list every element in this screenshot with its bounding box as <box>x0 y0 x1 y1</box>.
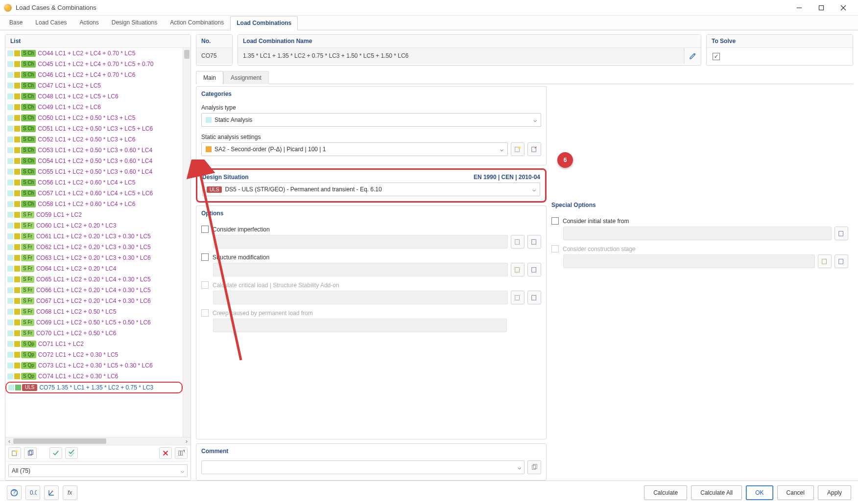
list-item[interactable]: S ChCO49LC1 + LC2 + LC6 <box>5 102 183 113</box>
list-item[interactable]: S FrCO67LC1 + LC2 + 0.20 * LC4 + 0.30 * … <box>5 296 183 306</box>
edit-setting-button[interactable] <box>527 142 541 156</box>
list-item[interactable]: S FrCO60LC1 + LC2 + 0.20 * LC3 <box>5 220 183 231</box>
swatch-icon <box>14 104 20 110</box>
swatch-icon <box>7 287 13 293</box>
static-settings-dropdown[interactable]: SA2 - Second-order (P-Δ) | Picard | 100 … <box>201 142 508 156</box>
list-item[interactable]: S FrCO65LC1 + LC2 + 0.20 * LC4 + 0.30 * … <box>5 274 183 285</box>
category-badge: S Ch <box>21 125 36 132</box>
list-item[interactable]: S ChCO52LC1 + LC2 + 0.50 * LC3 + LC6 <box>5 134 183 145</box>
list-rows[interactable]: S ChCO44LC1 + LC2 + LC4 + 0.70 * LC5S Ch… <box>5 48 183 437</box>
combo-id: CO53 <box>38 147 53 154</box>
list-item[interactable]: S FrCO70LC1 + LC2 + 0.50 * LC6 <box>5 328 183 339</box>
list-item[interactable]: S FrCO62LC1 + LC2 + 0.20 * LC3 + 0.30 * … <box>5 242 183 252</box>
new-button[interactable] <box>8 447 21 459</box>
tab-actions[interactable]: Actions <box>73 16 105 30</box>
help-button[interactable]: ? <box>7 485 22 500</box>
creep-field <box>213 319 507 332</box>
list-item[interactable]: S ChCO50LC1 + LC2 + 0.50 * LC3 + LC5 <box>5 113 183 123</box>
subtab-assignment[interactable]: Assignment <box>223 71 269 84</box>
swatch-icon <box>8 385 14 390</box>
critical-load-edit-button[interactable] <box>527 291 541 304</box>
tab-load-combinations[interactable]: Load Combinations <box>230 16 298 30</box>
list-item[interactable]: S ChCO45LC1 + LC2 + LC4 + 0.70 * LC5 + 0… <box>5 59 183 69</box>
apply-button[interactable]: Apply <box>818 485 851 500</box>
list-item[interactable]: S FrCO69LC1 + LC2 + 0.50 * LC5 + 0.50 * … <box>5 317 183 328</box>
list-item[interactable]: S ChCO46LC1 + LC2 + LC4 + 0.70 * LC6 <box>5 69 183 80</box>
subtab-main[interactable]: Main <box>196 71 223 84</box>
list-item[interactable]: S ChCO56LC1 + LC2 + 0.60 * LC4 + LC5 <box>5 177 183 188</box>
maximize-button[interactable] <box>810 0 832 15</box>
swatch-icon <box>14 190 20 196</box>
cancel-button[interactable]: Cancel <box>777 485 814 500</box>
ok-button[interactable]: OK <box>746 485 773 500</box>
category-badge: S Ch <box>21 168 36 175</box>
tab-base[interactable]: Base <box>3 16 29 30</box>
tab-action-combinations[interactable]: Action Combinations <box>164 16 230 30</box>
tab-load-cases[interactable]: Load Cases <box>29 16 73 30</box>
to-solve-checkbox[interactable] <box>713 53 720 60</box>
consider-imperfection-checkbox[interactable] <box>201 226 209 233</box>
list-header: List <box>5 35 191 48</box>
formula-button[interactable]: fx <box>63 485 77 500</box>
list-item[interactable]: S ChCO57LC1 + LC2 + 0.60 * LC4 + LC5 + L… <box>5 188 183 199</box>
list-item[interactable]: S QpCO73LC1 + LC2 + 0.30 * LC5 + 0.30 * … <box>5 360 183 371</box>
edit-name-button[interactable] <box>684 48 701 64</box>
list-vertical-scrollbar[interactable] <box>183 48 191 437</box>
swatch-icon <box>7 50 13 56</box>
combo-id: CO61 <box>36 233 51 240</box>
list-item[interactable]: S FrCO64LC1 + LC2 + 0.20 * LC4 <box>5 263 183 274</box>
calculate-button[interactable]: Calculate <box>644 485 687 500</box>
list-item[interactable]: S QpCO74LC1 + LC2 + 0.30 * LC6 <box>5 371 183 382</box>
swatch-icon <box>7 320 13 325</box>
construction-stage-edit-button[interactable] <box>834 254 848 268</box>
analysis-type-dropdown[interactable]: Static Analysis ⌵ <box>201 113 541 127</box>
initial-state-edit-button[interactable] <box>834 227 848 240</box>
structure-mod-new-button[interactable] <box>511 263 524 276</box>
list-item[interactable]: S FrCO61LC1 + LC2 + 0.20 * LC3 + 0.30 * … <box>5 231 183 242</box>
imperfection-edit-button[interactable] <box>527 235 541 249</box>
list-item[interactable]: S ChCO53LC1 + LC2 + 0.50 * LC3 + 0.60 * … <box>5 145 183 156</box>
list-item[interactable]: S ChCO55LC1 + LC2 + 0.50 * LC3 + 0.60 * … <box>5 166 183 177</box>
structure-mod-edit-button[interactable] <box>527 263 541 276</box>
list-horizontal-scrollbar[interactable]: ‹› <box>5 437 191 445</box>
new-setting-button[interactable] <box>511 142 524 156</box>
list-filter-dropdown[interactable]: All (75) ⌵ <box>8 464 188 477</box>
delete-button[interactable] <box>159 447 172 459</box>
swatch-icon <box>14 320 20 325</box>
svg-rect-25 <box>822 259 827 264</box>
graphics-button[interactable] <box>44 485 59 500</box>
units-button[interactable]: 0.00 <box>25 485 40 500</box>
list-item[interactable]: S FrCO68LC1 + LC2 + 0.50 * LC5 <box>5 306 183 317</box>
list-item[interactable]: S ChCO47LC1 + LC2 + LC5 <box>5 80 183 91</box>
critical-load-new-button[interactable] <box>511 291 524 304</box>
list-item[interactable]: S ChCO48LC1 + LC2 + LC5 + LC6 <box>5 91 183 102</box>
copy-button[interactable] <box>24 447 37 459</box>
check-all-button[interactable] <box>49 447 62 459</box>
design-situation-dropdown[interactable]: ULS DS5 - ULS (STR/GEO) - Permanent and … <box>202 183 540 196</box>
svg-rect-21 <box>532 296 536 300</box>
list-item[interactable]: ULSCO751.35 * LC1 + 1.35 * LC2 + 0.75 * … <box>5 382 183 393</box>
calculate-all-button[interactable]: Calculate All <box>691 485 742 500</box>
list-item[interactable]: S FrCO59LC1 + LC2 <box>5 209 183 220</box>
combo-id: CO54 <box>38 158 53 164</box>
columns-button[interactable]: ▾ <box>175 447 188 459</box>
uncheck-all-button[interactable] <box>65 447 78 459</box>
comment-dropdown[interactable]: ⌵ <box>201 460 524 474</box>
list-item[interactable]: S ChCO51LC1 + LC2 + 0.50 * LC3 + LC5 + L… <box>5 123 183 134</box>
initial-state-checkbox[interactable] <box>551 217 559 225</box>
list-item[interactable]: S ChCO58LC1 + LC2 + 0.60 * LC4 + LC6 <box>5 199 183 209</box>
imperfection-new-button[interactable] <box>511 235 524 249</box>
swatch-icon <box>14 137 20 142</box>
comment-library-button[interactable] <box>527 460 541 474</box>
list-item[interactable]: S QpCO72LC1 + LC2 + 0.30 * LC5 <box>5 349 183 360</box>
list-item[interactable]: S QpCO71LC1 + LC2 <box>5 339 183 349</box>
close-button[interactable] <box>832 0 854 15</box>
list-item[interactable]: S ChCO54LC1 + LC2 + 0.50 * LC3 + 0.60 * … <box>5 156 183 166</box>
list-item[interactable]: S FrCO63LC1 + LC2 + 0.20 * LC3 + 0.30 * … <box>5 252 183 263</box>
list-item[interactable]: S ChCO44LC1 + LC2 + LC4 + 0.70 * LC5 <box>5 48 183 59</box>
tab-design-situations[interactable]: Design Situations <box>105 16 164 30</box>
construction-stage-new-button[interactable] <box>818 254 832 268</box>
minimize-button[interactable] <box>788 0 810 15</box>
list-item[interactable]: S FrCO66LC1 + LC2 + 0.20 * LC4 + 0.30 * … <box>5 285 183 296</box>
structure-modification-checkbox[interactable] <box>201 253 209 261</box>
